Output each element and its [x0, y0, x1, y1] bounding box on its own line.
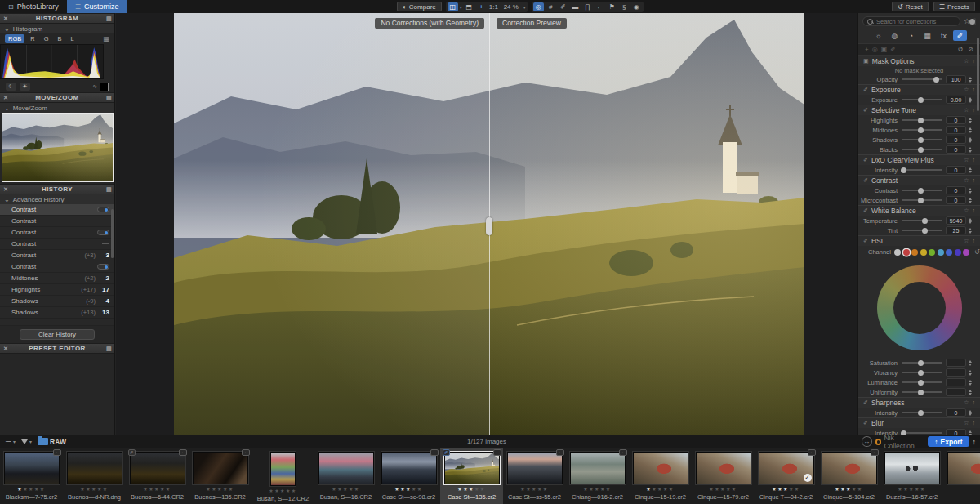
list-item-partial[interactable] [943, 448, 980, 504]
shadows-value[interactable]: 0 [946, 136, 966, 144]
close-icon[interactable]: ✕ [3, 95, 8, 101]
list-item[interactable]: ★★★★★ Cinque—15-19.cr2 [629, 448, 692, 504]
blacks-slider[interactable] [902, 149, 942, 150]
contrast-stepper[interactable] [966, 186, 973, 194]
history-toggle[interactable] [97, 207, 109, 212]
hsl-color-wheel[interactable] [877, 265, 962, 350]
move-tool-button[interactable]: + [476, 2, 487, 11]
history-row[interactable]: Contrast [0, 216, 114, 227]
star-rating[interactable]: ★★★★★ [440, 487, 503, 493]
highlights-slider[interactable] [902, 119, 942, 121]
blur-header[interactable]: ✐ Blur ☆↑ [858, 417, 980, 428]
highlights-stepper[interactable] [966, 116, 973, 124]
favorite-icon[interactable]: ☆ [964, 107, 969, 114]
hsl-channel-orange[interactable] [911, 249, 918, 256]
list-item[interactable]: ★★★★★ Buenos—d-NR.dng [63, 448, 126, 504]
sharpness-stepper[interactable] [966, 408, 973, 417]
duplicate-mask-icon[interactable]: ▣ [881, 46, 888, 53]
favorite-icon[interactable]: ☆ [964, 238, 969, 244]
show-mask-icon[interactable]: ◎ [872, 46, 878, 53]
hsl-reset-icon[interactable]: ↺ [974, 248, 980, 256]
export-correction-icon[interactable]: ↑ [973, 207, 976, 214]
channel-b-button[interactable]: B [55, 34, 65, 43]
export-correction-icon[interactable]: ↑ [973, 107, 976, 114]
miniature-tool-button[interactable]: ⌐ [595, 2, 605, 11]
microcontrast-slider[interactable] [902, 199, 942, 201]
histogram-subheader[interactable]: ⌄ Histogram [0, 24, 114, 33]
star-rating[interactable]: ★★★★★ [692, 487, 755, 493]
export-correction-icon[interactable]: ↑ [973, 157, 976, 163]
movezoom-panel-header[interactable]: ✕ MOVE/ZOOM ▤ [0, 92, 114, 103]
presets-button[interactable]: ☰ Presets [933, 2, 975, 11]
list-item[interactable]: ✐◦ ★★★★★ Buenos—6-44.CR2 [126, 448, 189, 504]
opacity-slider[interactable] [902, 78, 942, 80]
crop-tool-button[interactable]: # [546, 2, 556, 11]
exposure-header[interactable]: ✐ Exposure ☆↑ [858, 84, 980, 95]
contrast-header[interactable]: ✐ Contrast ☆↑ [858, 175, 980, 185]
history-toggle[interactable] [97, 230, 109, 235]
midtones-slider[interactable] [902, 129, 942, 131]
split-view-button[interactable]: ◫ [448, 2, 458, 11]
hsl-channel-master[interactable] [894, 249, 901, 256]
clearview-stepper[interactable] [966, 166, 973, 174]
nik-collection-button[interactable]: Nik Collection [875, 434, 925, 450]
add-mask-icon[interactable]: + [865, 46, 869, 53]
microcontrast-stepper[interactable] [966, 196, 973, 204]
favorite-icon[interactable]: ☆ [964, 177, 969, 184]
history-row[interactable]: Shadows (+13) 13 [0, 307, 114, 319]
histogram-panel-header[interactable]: ✕ HISTOGRAM ▤ [0, 13, 114, 24]
attach-tool-button[interactable]: § [619, 2, 630, 11]
star-rating[interactable]: ★★★★★ [755, 487, 817, 493]
history-row-clipped[interactable] [0, 319, 114, 326]
menu-icon[interactable]: ▤ [106, 346, 112, 352]
highlights-value[interactable]: 0 [946, 116, 966, 124]
filter-button[interactable]: ▾ [21, 439, 32, 444]
microcontrast-value[interactable]: 0 [946, 196, 966, 204]
midtones-stepper[interactable] [966, 126, 973, 134]
favorite-icon[interactable]: ☆ [964, 420, 969, 426]
favorite-icon[interactable]: ☆ [964, 87, 969, 93]
favorite-icon[interactable]: ☆ [964, 58, 969, 65]
star-rating[interactable]: ★★★★★ [0, 487, 63, 493]
roundtrip-button[interactable]: ↔ [862, 436, 872, 447]
tint-stepper[interactable] [966, 226, 973, 234]
tab-customize[interactable]: ☰ Customize [67, 0, 127, 13]
vibrancy-stepper[interactable] [966, 368, 973, 377]
close-icon[interactable]: ✕ [3, 346, 8, 352]
history-row[interactable]: Contrast (+3) 3 [0, 250, 114, 261]
history-row[interactable]: Midtones (+2) 2 [0, 273, 114, 284]
list-item[interactable]: ★★★★★ Cinque—15-79.cr2 [692, 448, 755, 504]
history-subheader[interactable]: ⌄ Advanced History [0, 194, 114, 204]
compare-button[interactable]: ◐ Compare [397, 2, 442, 11]
shadow-clipping-icon[interactable]: ☾ [6, 83, 16, 91]
uniformity-stepper[interactable] [966, 388, 973, 396]
color-palette-tab[interactable]: ◍ [888, 30, 902, 41]
clearview-intensity-value[interactable]: 0 [946, 166, 966, 174]
history-row[interactable]: Contrast [0, 239, 114, 250]
white-balance-header[interactable]: ✐ White Balance ☆↑ [858, 205, 980, 216]
share-icon[interactable]: ↑ [973, 438, 977, 446]
star-rating[interactable]: ★★★★★ [189, 487, 252, 493]
history-scrollbar[interactable] [111, 209, 114, 258]
list-item[interactable]: ◦ ★★★★★ Buenos—135.CR2 [189, 448, 252, 504]
vibrancy-slider[interactable] [902, 372, 942, 373]
shadows-slider[interactable] [902, 139, 942, 140]
export-correction-icon[interactable]: ↑ [973, 420, 976, 426]
saturation-value[interactable] [946, 359, 966, 367]
temperature-value[interactable]: 5940 [946, 216, 966, 225]
clearview-header[interactable]: ✐ DxO ClearView Plus ☆↑ [858, 154, 980, 165]
panel-scrollbar[interactable] [977, 38, 979, 111]
exposure-stepper[interactable] [966, 96, 973, 104]
history-row[interactable]: Shadows (-9) 4 [0, 296, 114, 307]
edit-mask-icon[interactable]: ✐ [890, 46, 896, 53]
list-item[interactable]: ◦ ★★★★★ Case St—se-98.cr2 [377, 448, 440, 504]
perspective-tool-button[interactable]: ∏ [582, 2, 593, 11]
hsl-channel-blue[interactable] [946, 249, 952, 256]
close-icon[interactable]: ✕ [3, 16, 8, 22]
search-field[interactable] [862, 16, 960, 26]
export-correction-icon[interactable]: ↑ [973, 399, 976, 406]
selective-tone-header[interactable]: ✐ Selective Tone ☆↑ [858, 105, 980, 115]
local-adjustments-tab[interactable]: ✐ [953, 30, 967, 41]
list-item[interactable]: ◦ ★★★★★ Case St—ss-55.cr2 [503, 448, 566, 504]
sharpness-intensity-slider[interactable] [902, 412, 942, 413]
